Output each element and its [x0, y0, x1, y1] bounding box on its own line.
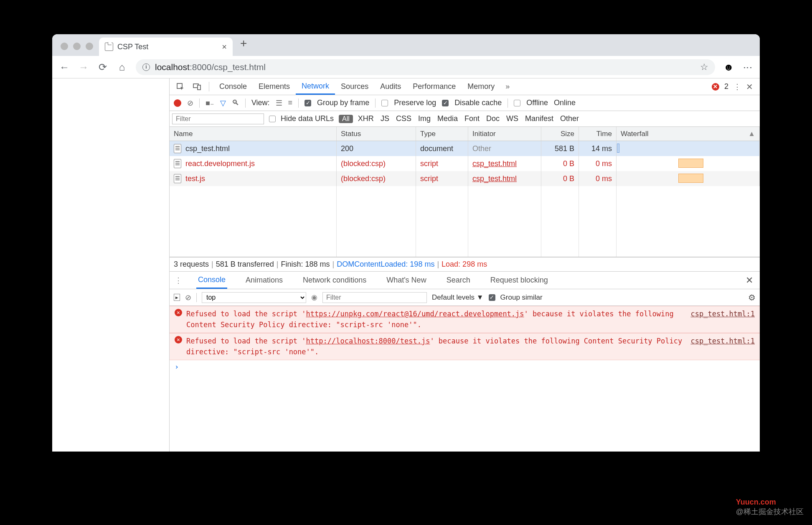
filter-type-doc[interactable]: Doc — [486, 114, 500, 123]
col-initiator[interactable]: Initiator — [468, 127, 541, 141]
new-tab-button[interactable]: + — [233, 34, 254, 56]
url-text: localhost:8000/csp_test.html — [155, 62, 266, 72]
col-waterfall[interactable]: Waterfall▲ — [617, 127, 760, 141]
page-viewport — [52, 78, 169, 452]
col-time[interactable]: Time — [579, 127, 617, 141]
devtools-tab-memory[interactable]: Memory — [462, 78, 500, 95]
address-bar: ← → ⟳ ⌂ i localhost:8000/csp_test.html ☆… — [52, 56, 760, 78]
col-status[interactable]: Status — [337, 127, 416, 141]
reload-button[interactable]: ⟳ — [97, 61, 108, 73]
group-by-frame-checkbox[interactable]: ✓ — [304, 100, 311, 106]
console-messages: ✕ Refused to load the script 'https://un… — [170, 306, 760, 452]
table-row[interactable]: test.js (blocked:csp)script csp_test.htm… — [170, 171, 760, 186]
zoom-dot[interactable] — [86, 43, 93, 50]
devtools-tab-network[interactable]: Network — [296, 78, 335, 95]
col-name[interactable]: Name — [170, 127, 337, 141]
camera-icon[interactable]: ■₋ — [206, 98, 214, 108]
forward-button[interactable]: → — [78, 61, 89, 73]
record-button[interactable] — [174, 99, 181, 107]
initiator-link[interactable]: csp_test.html — [472, 159, 517, 168]
devtools-tab-sources[interactable]: Sources — [335, 78, 374, 95]
error-badge-icon[interactable]: ✕ — [712, 83, 719, 91]
filter-type-css[interactable]: CSS — [396, 114, 411, 123]
more-tabs-icon[interactable]: » — [502, 78, 513, 95]
filter-type-js[interactable]: JS — [381, 114, 389, 123]
initiator-link[interactable]: csp_test.html — [472, 174, 517, 183]
table-row[interactable]: react.development.js (blocked:csp)script… — [170, 156, 760, 171]
filter-all[interactable]: All — [339, 115, 353, 123]
close-tab-icon[interactable]: × — [222, 42, 227, 52]
filter-type-xhr[interactable]: XHR — [358, 114, 374, 123]
devtools-tab-elements[interactable]: Elements — [253, 78, 296, 95]
drawer-tab-animations[interactable]: Animations — [244, 272, 284, 289]
message-source-link[interactable]: csp_test.html:1 — [690, 336, 755, 357]
drawer-tab-search[interactable]: Search — [445, 272, 472, 289]
drawer-tab-console[interactable]: Console — [196, 272, 227, 289]
live-expression-icon[interactable]: ◉ — [311, 293, 317, 302]
offline-checkbox[interactable] — [514, 100, 520, 106]
filter-type-ws[interactable]: WS — [506, 114, 518, 123]
site-info-icon[interactable]: i — [142, 63, 150, 71]
filter-type-other[interactable]: Other — [560, 114, 579, 123]
filter-type-font[interactable]: Font — [464, 114, 480, 123]
console-settings-icon[interactable]: ⚙ — [748, 293, 756, 303]
clear-icon[interactable]: ⊘ — [187, 98, 193, 108]
browser-menu-icon[interactable]: ⋮ — [742, 63, 753, 71]
group-by-frame-label: Group by frame — [317, 98, 369, 107]
disable-cache-label: Disable cache — [454, 98, 502, 107]
console-clear-icon[interactable]: ⊘ — [185, 293, 191, 302]
table-header: Name Status Type Initiator Size Time Wat… — [170, 127, 760, 141]
tab-strip: CSP Test × + — [52, 34, 760, 56]
col-type[interactable]: Type — [416, 127, 468, 141]
devtools-menu-icon[interactable]: ⋮ — [733, 82, 741, 91]
back-button[interactable]: ← — [59, 61, 70, 73]
error-icon: ✕ — [175, 309, 182, 316]
devtools-tab-performance[interactable]: Performance — [407, 78, 462, 95]
devtools-tab-audits[interactable]: Audits — [374, 78, 407, 95]
home-button[interactable]: ⌂ — [117, 61, 127, 73]
online-label[interactable]: Online — [554, 98, 576, 107]
drawer-tab-request-blocking[interactable]: Request blocking — [489, 272, 550, 289]
large-rows-icon[interactable]: ☰ — [276, 98, 282, 108]
filter-icon[interactable]: ▽ — [220, 98, 226, 108]
console-prompt[interactable]: › — [170, 360, 760, 374]
filter-type-img[interactable]: Img — [418, 114, 431, 123]
devtools-close-icon[interactable]: ✕ — [746, 82, 753, 92]
drawer-menu-icon[interactable]: ⋮ — [173, 272, 184, 289]
devtools-tab-console[interactable]: Console — [213, 78, 253, 95]
disable-cache-checkbox[interactable]: ✓ — [442, 100, 449, 106]
filter-type-manifest[interactable]: Manifest — [525, 114, 553, 123]
drawer-tab-network-conditions[interactable]: Network conditions — [301, 272, 368, 289]
search-icon[interactable]: 🔍︎ — [232, 98, 239, 107]
console-sidebar-toggle-icon[interactable]: ▸ — [174, 294, 180, 301]
console-filter-input[interactable] — [322, 292, 427, 303]
file-icon — [174, 159, 181, 168]
context-select[interactable]: top — [202, 292, 306, 303]
status-transferred: 581 B transferred — [216, 260, 274, 269]
offline-label: Offline — [526, 98, 548, 107]
group-similar-checkbox[interactable]: ✓ — [489, 294, 495, 301]
network-filter-input[interactable] — [172, 114, 264, 124]
tab-title: CSP Test — [117, 43, 148, 51]
col-size[interactable]: Size — [541, 127, 579, 141]
network-toolbar: ⊘ ■₋ ▽ 🔍︎ View: ☰ ≡ ✓ Group by frame Pre… — [170, 95, 760, 111]
preserve-log-checkbox[interactable] — [381, 100, 388, 106]
table-row[interactable]: csp_test.html 200document Other581 B14 m… — [170, 141, 760, 156]
overview-icon[interactable]: ≡ — [288, 98, 293, 107]
hide-data-urls-checkbox[interactable] — [269, 116, 276, 122]
log-levels-dropdown[interactable]: Default levels ▼ — [432, 293, 484, 302]
device-toggle-icon[interactable] — [190, 78, 205, 95]
content-area: ConsoleElementsNetworkSourcesAuditsPerfo… — [52, 78, 760, 452]
browser-tab[interactable]: CSP Test × — [99, 38, 233, 56]
drawer-close-icon[interactable]: ✕ — [742, 272, 756, 289]
message-source-link[interactable]: csp_test.html:1 — [690, 309, 755, 330]
minimize-dot[interactable] — [73, 43, 81, 50]
profile-avatar[interactable]: ☻ — [723, 61, 734, 73]
status-dcl: DOMContentLoaded: 198 ms — [337, 260, 434, 269]
close-dot[interactable] — [61, 43, 68, 50]
bookmark-icon[interactable]: ☆ — [700, 62, 708, 73]
filter-type-media[interactable]: Media — [437, 114, 458, 123]
drawer-tab-what's-new[interactable]: What's New — [385, 272, 428, 289]
omnibox[interactable]: i localhost:8000/csp_test.html ☆ — [136, 59, 715, 75]
inspect-icon[interactable] — [173, 78, 188, 95]
